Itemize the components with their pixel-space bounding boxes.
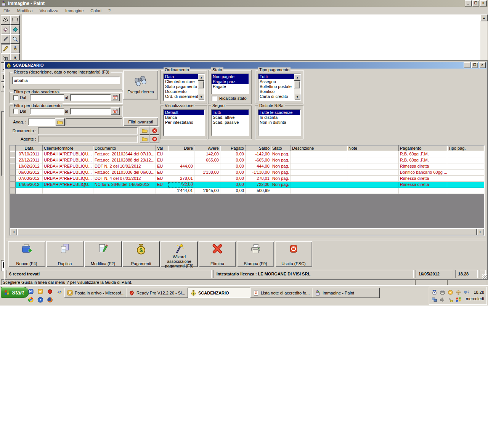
tool-brush-icon[interactable] [10, 44, 20, 53]
cell-descrizione[interactable] [291, 157, 347, 163]
taskbar-task-lista-note-di-accredito-fo[interactable]: Lista note di accredito fo... [250, 288, 316, 298]
esegui-ricerca-button[interactable]: Esegui ricerca [123, 70, 158, 99]
calendar-icon[interactable]: 12 [111, 107, 120, 115]
cell-pagato[interactable]: 0,00 [220, 170, 246, 176]
cell-avere[interactable]: 142,00 [194, 151, 220, 157]
readypro-icon[interactable] [47, 288, 53, 295]
cell-pagamento[interactable]: R.B. 60gg .F.M. [399, 151, 447, 157]
close-icon[interactable]: × [479, 62, 486, 68]
volume-icon[interactable] [439, 296, 446, 303]
column-header-dare[interactable]: Dare [168, 146, 194, 151]
cell-dare[interactable]: 444,00 [168, 163, 194, 170]
listbox-item[interactable]: Pagate [212, 84, 249, 89]
cell-documento[interactable]: Fatt.acc. 201103036 del 06/03... [93, 170, 156, 176]
cell-pagato[interactable]: 0,00 [220, 163, 246, 170]
cell-data[interactable]: 23/12/2011 [16, 157, 43, 163]
search-input[interactable] [12, 77, 120, 84]
listbox-item[interactable]: Bollettino postale [258, 84, 294, 89]
folder-icon[interactable] [140, 126, 149, 135]
listbox-item[interactable]: Non pagate [212, 74, 249, 79]
cell-tipopag[interactable] [447, 170, 484, 176]
listbox-item[interactable]: Assegno [258, 79, 294, 84]
cell-pagamento[interactable]: Rimessa diretta [399, 163, 447, 170]
cell-note[interactable] [347, 182, 399, 188]
row-selector-header[interactable] [10, 146, 16, 151]
ordinamento-listbox[interactable]: DataCliente/fornitoreStato pagamentoDocu… [163, 74, 205, 101]
scroll-down-icon[interactable]: ▼ [294, 94, 301, 100]
cell-saldo[interactable]: 722,00 [246, 182, 271, 188]
scroll-left-icon[interactable]: ◄ [10, 229, 17, 235]
listbox-item[interactable]: Tutti [258, 74, 294, 79]
cell-tipopag[interactable] [447, 176, 484, 182]
menu-item-file[interactable]: File [0, 7, 14, 14]
cell-documento[interactable]: NC forn. 2646 del 14/05/2012 [93, 182, 156, 188]
cell-documento[interactable]: Fatt.acc. 201102888 del 23/12... [93, 157, 156, 163]
cell-documento[interactable]: DDT N. 2 del 10/02/2012 [93, 163, 156, 170]
app-icon[interactable] [27, 288, 34, 295]
elimina-button[interactable]: Elimina [199, 241, 236, 267]
resize-grip[interactable] [482, 274, 487, 279]
cell-descrizione[interactable] [291, 176, 347, 182]
cell-clientefornitore[interactable]: URBAHIA"REPUBLIQU... [43, 176, 93, 182]
cell-descrizione[interactable] [291, 163, 347, 170]
table-row[interactable]: 07/10/2011URBAHIA"REPUBLIQU...Fatt.acc. … [10, 151, 484, 157]
cell-pagamento[interactable]: Rimessa diretta [399, 176, 447, 182]
listbox-item[interactable]: Cliente/fornitore [164, 79, 198, 84]
tool-color-picker-icon[interactable] [1, 34, 10, 44]
data-documento-al-input[interactable] [70, 108, 111, 115]
scroll-up-icon[interactable]: ▲ [294, 74, 301, 81]
cell-saldo[interactable]: -1'138,00 [246, 170, 271, 176]
tray-printer-icon[interactable] [439, 289, 446, 296]
menu-item-immagine[interactable]: Immagine [62, 7, 87, 14]
cell-clientefornitore[interactable]: URBAHIA"REPUBLIQU... [43, 170, 93, 176]
cell-tipopag[interactable] [447, 182, 484, 188]
distinte-riba-listbox[interactable]: Tutte le scadenzeIn distintaNon in disti… [258, 109, 301, 136]
taskbar-task-immagine-paint[interactable]: Immagine - Paint [312, 288, 380, 298]
segno-listbox[interactable]: TuttiScad. attiveScad. passive [211, 109, 249, 136]
ie-icon[interactable]: e [56, 288, 63, 295]
maximize-icon[interactable]: ☐ [471, 62, 478, 68]
cell-note[interactable] [347, 163, 399, 170]
dal-checkbox[interactable] [13, 109, 18, 114]
listbox-item[interactable]: Banca [164, 115, 204, 120]
folder-icon[interactable] [140, 135, 149, 143]
scrollbar-thumb[interactable] [17, 229, 477, 235]
scanner-icon[interactable] [447, 296, 454, 303]
listbox-item[interactable]: Ord. di inserimento [164, 94, 198, 99]
column-header-tipopag[interactable]: Tipo pag. [447, 146, 484, 151]
scroll-down-icon[interactable]: ▼ [198, 94, 205, 100]
cell-documento[interactable]: Fatt.acc. 201102644 del 07/10... [93, 151, 156, 157]
cell-clientefornitore[interactable]: URBAHIA"REPUBLIQU... [43, 151, 93, 157]
cell-clientefornitore[interactable]: URBAHIA"REPUBLIQU... [43, 157, 93, 163]
cell-tipopag[interactable] [447, 157, 484, 163]
cell-note[interactable] [347, 170, 399, 176]
cell-dare[interactable] [168, 157, 194, 163]
uscita-esc-button[interactable]: Uscita (ESC) [275, 241, 312, 267]
cell-pagato[interactable]: 0,00 [220, 176, 246, 182]
listbox-item[interactable]: Scad. passive [212, 120, 249, 125]
scroll-up-icon[interactable]: ▲ [480, 14, 488, 21]
pagamenti-button[interactable]: $Pagamenti [122, 241, 160, 267]
table-row[interactable]: 06/03/2012URBAHIA"REPUBLIQU...Fatt.acc. … [10, 170, 484, 176]
cell-clientefornitore[interactable]: URBAHIA"REPUBLIQU... [43, 163, 93, 170]
cell-stato[interactable]: Non pag. [271, 163, 291, 170]
stato-listbox[interactable]: Non pagatePagate parz.Pagate [211, 74, 249, 94]
column-header-pagato[interactable]: Pagato [220, 146, 246, 151]
cell-data[interactable]: 07/03/2012 [16, 176, 43, 182]
cell-note[interactable] [347, 157, 399, 163]
taskbar-task-posta-in-arrivo-microsof[interactable]: Posta in arrivo - Microsof... [64, 288, 130, 298]
listbox-item[interactable]: Scad. attive [212, 115, 249, 120]
tray-schedule-icon[interactable] [447, 289, 454, 296]
scroll-up-icon[interactable]: ▲ [198, 74, 205, 81]
cell-tipopag[interactable] [447, 151, 484, 157]
cell-avere[interactable] [194, 163, 220, 170]
listbox-item[interactable]: Bonifico [258, 89, 294, 94]
clear-icon[interactable] [149, 126, 159, 135]
mediaplayer-icon[interactable] [37, 296, 44, 303]
ricalcola-checkbox[interactable] [212, 96, 217, 101]
column-header-clientefornitore[interactable]: Cliente/fornitore [43, 146, 93, 151]
menu-item-colori[interactable]: Colori [87, 7, 105, 14]
cell-pagamento[interactable]: Rimessa diretta [399, 182, 447, 188]
cell-tipopag[interactable] [447, 163, 484, 170]
cell-val[interactable]: EU [156, 170, 168, 176]
